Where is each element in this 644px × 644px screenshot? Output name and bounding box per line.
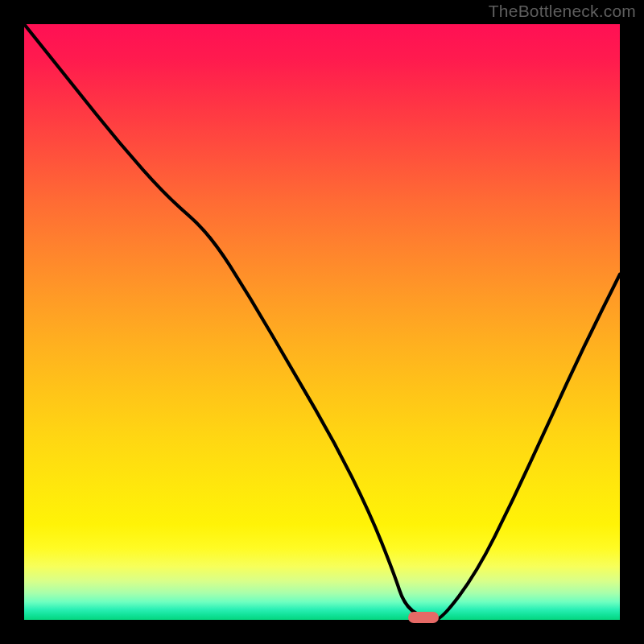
bottleneck-curve-path: [24, 24, 620, 620]
chart-container: TheBottleneck.com: [0, 0, 644, 644]
sweet-spot-marker: [408, 612, 439, 623]
bottleneck-curve-svg: [24, 24, 620, 620]
watermark-text: TheBottleneck.com: [489, 2, 636, 21]
